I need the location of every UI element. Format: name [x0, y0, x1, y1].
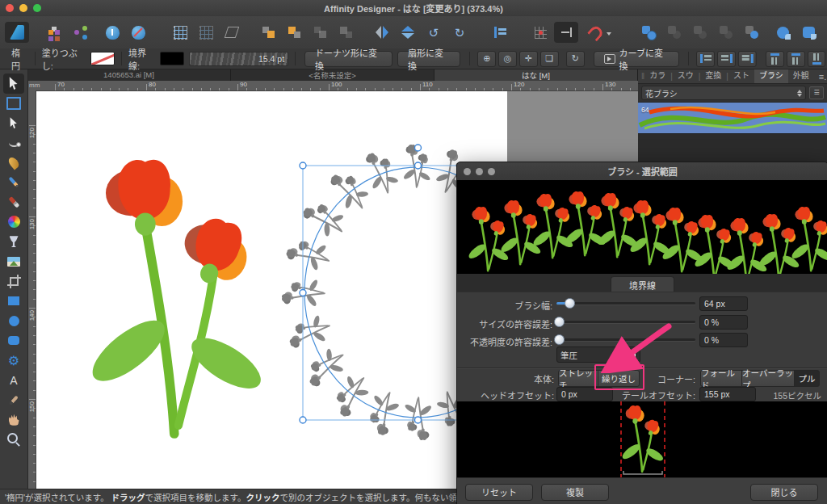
flipv-icon[interactable]: [397, 20, 418, 44]
pressure-ramp-icon[interactable]: [621, 346, 640, 363]
brush-width-label: ブラシ幅:: [457, 299, 552, 312]
align-middle-icon[interactable]: [787, 51, 805, 67]
reset-button[interactable]: リセット: [465, 484, 533, 501]
transform-objects-icon[interactable]: ❏: [540, 51, 559, 67]
fill-swatch[interactable]: [90, 52, 115, 65]
opacity-tolerance-slider[interactable]: [556, 333, 695, 346]
corner-fold-button[interactable]: フォールド: [700, 370, 742, 387]
rect-tool[interactable]: [3, 292, 24, 312]
swatches-icon[interactable]: [39, 22, 63, 43]
grid-a-icon[interactable]: [168, 22, 192, 43]
rotate-ccw-icon[interactable]: ↺: [422, 22, 446, 43]
brush-category-select[interactable]: 花ブラシ: [641, 86, 806, 100]
brush-width-field[interactable]: 64 px: [699, 296, 748, 311]
align-panel-icon[interactable]: [488, 22, 512, 43]
align-left-icon[interactable]: [696, 51, 715, 67]
rotate-cw-icon[interactable]: ↻: [447, 22, 472, 43]
rrect-tool[interactable]: [3, 331, 24, 351]
brush-width-slider[interactable]: [556, 296, 695, 309]
badge-cut-icon[interactable]: [126, 22, 150, 43]
body-stretch-button[interactable]: ストレッチ: [558, 370, 598, 387]
frame-tool[interactable]: [3, 94, 24, 114]
size-tolerance-slider[interactable]: [556, 315, 695, 328]
snap-center-icon[interactable]: ⊕: [477, 51, 496, 67]
badge-up-icon[interactable]: [100, 22, 124, 43]
opacity-tolerance-label: 不透明度の許容誤差:: [457, 335, 552, 348]
node-tool[interactable]: [3, 113, 24, 133]
fliph-icon[interactable]: [370, 22, 394, 43]
align-top-icon[interactable]: [766, 51, 784, 67]
brush-tool[interactable]: [3, 192, 24, 212]
bsub-icon[interactable]: [662, 22, 686, 43]
affinity-logo-icon[interactable]: [5, 22, 29, 43]
corner-pull-button[interactable]: プル: [794, 370, 820, 387]
align-right-icon[interactable]: [738, 51, 757, 67]
move-selection-icon[interactable]: ✛: [519, 51, 538, 67]
badd-icon[interactable]: [636, 22, 661, 43]
pencil-tool[interactable]: [3, 173, 24, 193]
crop-tool[interactable]: [3, 271, 24, 292]
arr3-icon[interactable]: [309, 22, 333, 43]
skew-icon[interactable]: [220, 22, 244, 43]
convert-donut-button[interactable]: ドーナツ形に変換: [304, 51, 393, 67]
tab-transform[interactable]: 変換: [700, 67, 726, 83]
magnet-icon[interactable]: [580, 22, 612, 43]
brush-list-view-icon[interactable]: ☰: [809, 86, 824, 99]
pennode-tool[interactable]: [3, 133, 24, 153]
convert-pie-button[interactable]: 扇形に変換: [397, 51, 460, 67]
wheel-tool[interactable]: [3, 212, 24, 233]
arr2-icon[interactable]: [283, 22, 307, 43]
gsq-icon[interactable]: [796, 22, 821, 43]
snapgrid-icon[interactable]: [528, 22, 552, 43]
brush-preview-strip: [457, 180, 827, 274]
document-tab-3[interactable]: はな [M]: [434, 69, 638, 81]
opacity-tolerance-field[interactable]: 0 %: [699, 333, 748, 347]
tab-swatches[interactable]: スウ: [673, 67, 699, 83]
gcirc-icon[interactable]: [770, 22, 795, 43]
stroke-style-preview[interactable]: 15.4 pt: [189, 52, 288, 66]
main-toolbar: ↺↻: [0, 16, 827, 49]
align-bottom-icon[interactable]: [808, 51, 826, 67]
picker-tool[interactable]: [3, 390, 24, 410]
pixels-note: 155ピクセル: [768, 389, 821, 401]
dialog-footer: リセット 複製 閉じる: [457, 477, 827, 504]
tab-brushes[interactable]: ブラシ: [754, 67, 788, 83]
arr1-icon[interactable]: [257, 22, 281, 43]
fill-label: 塗りつぶし:: [42, 46, 86, 72]
arr4-icon[interactable]: [334, 22, 359, 43]
hand-tool[interactable]: [3, 410, 24, 430]
vertical-ruler: 120130140150: [27, 90, 36, 489]
move-tool[interactable]: [3, 74, 24, 94]
gpie-icon[interactable]: [822, 22, 827, 43]
pen-tool[interactable]: [3, 153, 24, 173]
close-button[interactable]: 閉じる: [750, 484, 818, 501]
glass-tool[interactable]: [3, 232, 24, 252]
stroke-swatch[interactable]: [160, 52, 184, 65]
size-tolerance-field[interactable]: 0 %: [699, 315, 748, 330]
gear-tool[interactable]: ⚙: [3, 351, 24, 371]
image-tool[interactable]: [3, 252, 24, 272]
convert-to-curves-button[interactable]: カーブに変換: [594, 51, 679, 67]
grid-b-icon[interactable]: [194, 22, 218, 43]
align-center-icon[interactable]: [717, 51, 736, 67]
bdiv-icon[interactable]: [714, 22, 738, 43]
bcomb-icon[interactable]: [740, 22, 764, 43]
share-icon[interactable]: [65, 22, 89, 43]
brush-nozzle-preview: [457, 401, 827, 477]
tab-stroke[interactable]: スト: [728, 67, 754, 83]
panel-menu-icon[interactable]: ≡.: [814, 72, 827, 83]
pressure-select[interactable]: 筆圧: [556, 346, 623, 363]
text-tool[interactable]: A: [3, 371, 24, 391]
bint-icon[interactable]: [688, 22, 712, 43]
tab-stroke-properties[interactable]: 境界線: [611, 276, 674, 292]
ellipse-tool[interactable]: [3, 311, 24, 331]
snapmove-icon[interactable]: [554, 22, 578, 43]
tab-appearance[interactable]: 外観: [788, 67, 814, 83]
rotate-selection-icon[interactable]: ↻: [566, 51, 585, 67]
corner-overlap-button[interactable]: オーバーラップ: [741, 370, 795, 387]
tail-offset-field[interactable]: 155 px: [699, 387, 756, 401]
zoom-tool[interactable]: [3, 430, 24, 450]
duplicate-button[interactable]: 複製: [541, 484, 609, 501]
brush-item-64[interactable]: 64: [638, 103, 827, 134]
cycle-selection-icon[interactable]: ◎: [498, 51, 517, 67]
